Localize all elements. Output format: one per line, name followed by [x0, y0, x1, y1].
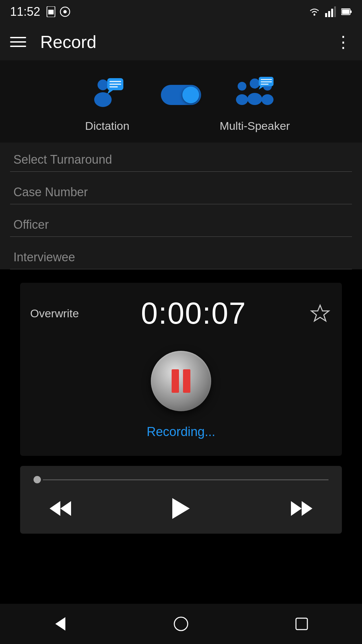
svg-rect-10 [350, 10, 352, 13]
interviewee-input[interactable] [13, 250, 349, 264]
svg-rect-5 [325, 13, 327, 17]
case-number-field[interactable] [10, 175, 352, 204]
status-bar: 11:52 [0, 0, 362, 23]
signal-icon [325, 6, 336, 17]
playback-controls [34, 497, 328, 520]
turnaround-input[interactable] [13, 153, 349, 167]
svg-rect-6 [328, 11, 330, 17]
home-button[interactable] [169, 612, 193, 636]
progress-dot [34, 476, 41, 483]
svg-point-19 [236, 94, 248, 105]
playback-section [20, 466, 342, 534]
play-button[interactable] [171, 497, 191, 520]
progress-bar[interactable] [34, 476, 328, 483]
svg-rect-36 [296, 618, 307, 630]
wifi-icon [309, 6, 320, 17]
turnaround-field[interactable] [10, 143, 352, 172]
more-options-icon[interactable]: ⋮ [335, 33, 352, 51]
officer-input[interactable] [13, 218, 349, 232]
menu-icon[interactable] [10, 37, 30, 47]
svg-rect-8 [334, 6, 336, 17]
recording-section: Overwrite 0:00:07 Recording... [20, 283, 342, 456]
svg-point-12 [98, 79, 108, 90]
app-bar: Record ⋮ [0, 23, 362, 60]
svg-point-4 [313, 14, 315, 15]
svg-point-20 [250, 78, 260, 89]
interviewee-field[interactable] [10, 240, 352, 269]
recents-button[interactable] [290, 612, 313, 636]
form-section [0, 143, 362, 269]
recording-header: Overwrite 0:00:07 [30, 296, 332, 331]
officer-field[interactable] [10, 208, 352, 237]
svg-marker-28 [311, 305, 329, 321]
svg-marker-34 [55, 617, 65, 631]
svg-point-3 [63, 10, 67, 13]
dictation-icon [89, 74, 126, 114]
dictation-label: Dictation [85, 119, 129, 132]
multi-speaker-mode[interactable]: Multi-Speaker [208, 74, 302, 132]
svg-rect-7 [331, 9, 333, 17]
timer-display: 0:00:07 [141, 296, 246, 331]
svg-marker-30 [60, 501, 71, 516]
progress-track [43, 479, 328, 480]
case-number-input[interactable] [13, 185, 349, 199]
svg-marker-29 [50, 501, 60, 516]
favorite-button[interactable] [308, 302, 332, 325]
fast-forward-button[interactable] [288, 498, 315, 519]
app-title: Record [40, 32, 335, 52]
svg-point-18 [238, 82, 246, 91]
svg-point-35 [174, 617, 188, 631]
toggle-knob [182, 87, 199, 103]
svg-point-21 [247, 93, 262, 105]
mode-toggle-section: Dictation Multi-Sp [0, 60, 362, 143]
svg-point-13 [94, 92, 112, 107]
svg-marker-31 [172, 498, 190, 519]
mode-toggle-switch[interactable] [161, 85, 201, 105]
svg-rect-1 [48, 10, 54, 14]
status-right-icons [309, 6, 352, 17]
at-icon [60, 6, 70, 17]
navigation-bar [0, 604, 362, 644]
overwrite-label: Overwrite [30, 307, 79, 320]
status-icons [46, 6, 70, 17]
svg-rect-11 [342, 9, 349, 14]
back-button[interactable] [49, 612, 72, 636]
multi-speaker-icon [235, 74, 275, 114]
svg-marker-32 [291, 501, 302, 516]
pause-button[interactable] [151, 351, 211, 411]
sim-icon [46, 6, 56, 17]
recording-status: Recording... [147, 425, 216, 439]
dictation-mode[interactable]: Dictation [60, 74, 154, 132]
rewind-button[interactable] [47, 498, 74, 519]
battery-icon [341, 6, 352, 17]
svg-point-23 [261, 94, 274, 105]
svg-marker-33 [302, 501, 312, 516]
multi-speaker-label: Multi-Speaker [220, 119, 290, 132]
status-time: 11:52 [10, 5, 40, 19]
pause-icon [172, 369, 190, 393]
